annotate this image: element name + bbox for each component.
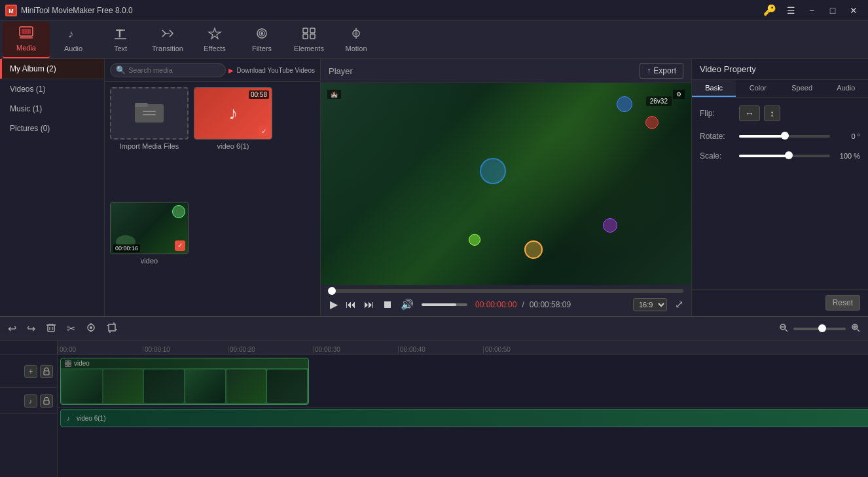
toolbar-text[interactable]: T Text (97, 22, 144, 58)
zoom-slider[interactable] (793, 328, 846, 330)
time-current: 00:00:00:00 (475, 300, 516, 309)
time-total: 00:00:58:09 (530, 300, 571, 309)
toolbar-motion[interactable]: Motion (333, 22, 380, 58)
svg-rect-21 (135, 104, 164, 123)
minimize-button[interactable]: − (803, 3, 821, 18)
progress-handle[interactable] (328, 287, 336, 295)
game-score: 🏰 (327, 90, 341, 99)
youtube-icon: ▶ (228, 67, 234, 74)
lock-video-button[interactable] (40, 365, 53, 378)
redo-button[interactable]: ↪ (24, 321, 38, 336)
volume-slider[interactable] (422, 303, 467, 306)
media-panel: 🔍 ▶ Download YouTube Videos (105, 59, 321, 316)
flip-horizontal-button[interactable]: ↔ (739, 105, 760, 121)
timeline-left-controls: + ♪ (0, 341, 58, 477)
audio-clip[interactable]: ♪ video 6(1) (60, 409, 868, 427)
timeline-toolbar: ↩ ↪ ✂ (0, 317, 868, 341)
add-video-button[interactable]: + (24, 365, 37, 378)
audio-detach-button[interactable] (83, 321, 99, 337)
zoom-in-button[interactable] (848, 322, 863, 336)
svg-rect-53 (65, 365, 67, 366)
svg-text:M: M (9, 8, 14, 14)
frame-6 (267, 370, 307, 403)
player-video: 26v32 🏰 ⚙ (321, 83, 691, 285)
audio-track-controls: ♪ (0, 388, 57, 414)
svg-rect-22 (135, 103, 148, 107)
toolbar-effects[interactable]: Effects (191, 22, 238, 58)
maximize-button[interactable]: □ (823, 3, 842, 18)
zoom-handle[interactable] (818, 324, 826, 332)
search-input[interactable] (128, 66, 220, 74)
left-panel-videos[interactable]: Videos (1) (0, 79, 104, 99)
tab-speed[interactable]: Speed (780, 80, 824, 97)
svg-rect-16 (303, 34, 308, 39)
video-label: video (141, 257, 158, 265)
left-panel-pictures[interactable]: Pictures (0) (0, 119, 104, 138)
cut-button[interactable]: ✂ (64, 321, 78, 336)
rotate-slider[interactable] (739, 135, 830, 138)
toolbar-elements[interactable]: Elements (285, 22, 333, 58)
left-panel-album[interactable]: My Album (2) (0, 59, 104, 79)
progress-bar[interactable] (329, 289, 683, 293)
search-box[interactable]: 🔍 (110, 63, 226, 77)
delete-button[interactable] (43, 321, 59, 337)
frame-2 (103, 370, 143, 403)
video6-thumb: ♪ 00:58 ✓ (194, 87, 272, 140)
svg-text:♪: ♪ (29, 398, 32, 405)
next-frame-button[interactable]: ⏭ (363, 297, 376, 312)
time-separator: / (522, 300, 524, 309)
reset-button[interactable]: Reset (825, 295, 860, 311)
toolbar-transition[interactable]: Transition (144, 22, 191, 58)
rotate-handle[interactable] (781, 132, 789, 140)
scale-controls: 100 % (739, 152, 860, 160)
motion-icon (349, 27, 363, 43)
svg-text:♪: ♪ (67, 415, 70, 422)
toolbar-filters[interactable]: Filters (238, 22, 285, 58)
tab-audio[interactable]: Audio (824, 80, 868, 97)
tab-basic[interactable]: Basic (692, 80, 736, 97)
tab-color[interactable]: Color (736, 80, 780, 97)
flip-controls: ↔ ↕ (739, 105, 860, 121)
svg-rect-23 (143, 111, 156, 112)
right-panel: Video Property Basic Color Speed Audio F… (691, 59, 868, 316)
scale-value: 100 % (834, 152, 860, 160)
audio-icon: ♪ (66, 27, 81, 43)
svg-point-13 (261, 32, 263, 35)
lock-audio-button[interactable] (40, 394, 53, 408)
left-panel-music[interactable]: Music (1) (0, 99, 104, 119)
fullscreen-button[interactable]: ⤢ (675, 298, 683, 311)
game-map-overlay (321, 83, 691, 285)
add-audio-track-button[interactable]: ♪ (24, 394, 37, 408)
import-label: Import Media Files (120, 142, 179, 150)
close-button[interactable]: ✕ (844, 3, 863, 18)
video-thumb: 00:00:16 ✓ (110, 202, 189, 254)
download-youtube-button[interactable]: ▶ Download YouTube Videos (228, 67, 315, 74)
toolbar-audio[interactable]: ♪ Audio (50, 22, 97, 58)
svg-text:♪: ♪ (68, 28, 73, 39)
aspect-ratio-select[interactable]: 16:9 9:16 1:1 4:3 (633, 298, 667, 311)
toolbar-media[interactable]: Media (3, 22, 50, 58)
volume-fill (422, 303, 456, 306)
media-video6[interactable]: ♪ 00:58 ✓ video 6(1) (194, 87, 272, 197)
settings-button[interactable]: ☰ (782, 3, 800, 18)
stop-button[interactable]: ⏹ (381, 297, 394, 312)
play-button[interactable]: ▶ (329, 297, 339, 312)
scale-handle[interactable] (785, 151, 793, 159)
ruler-mark-1: 00:00:10 (143, 346, 228, 353)
scale-slider[interactable] (739, 155, 830, 157)
svg-rect-47 (44, 371, 49, 375)
export-icon: ↑ (647, 66, 651, 75)
crop-button[interactable] (104, 321, 120, 337)
zoom-out-button[interactable] (776, 322, 791, 336)
prev-frame-button[interactable]: ⏮ (344, 297, 357, 312)
video-clip[interactable]: video (60, 358, 309, 405)
volume-button[interactable]: 🔊 (399, 297, 415, 312)
text-icon: T (113, 27, 128, 43)
export-button[interactable]: ↑ Export (640, 63, 683, 79)
media-header: 🔍 ▶ Download YouTube Videos (105, 59, 320, 82)
import-media-item[interactable]: Import Media Files (110, 87, 189, 197)
video-duration: 00:00:16 (113, 244, 140, 252)
media-video[interactable]: 00:00:16 ✓ video (110, 202, 189, 311)
undo-button[interactable]: ↩ (5, 321, 19, 336)
flip-vertical-button[interactable]: ↕ (764, 105, 780, 121)
